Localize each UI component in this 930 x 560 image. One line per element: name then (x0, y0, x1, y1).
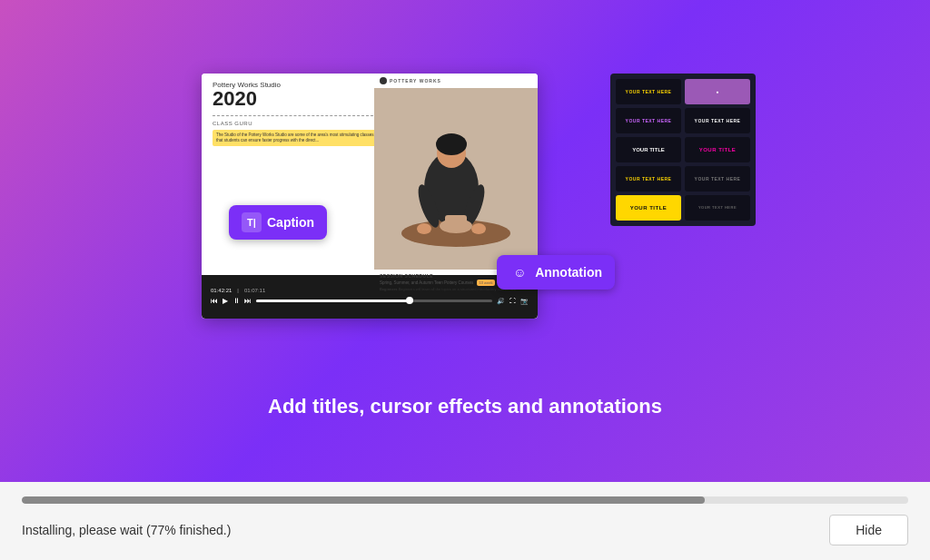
skip-forward-icon[interactable]: ⏭ (244, 297, 252, 305)
video-progress-bar[interactable] (256, 300, 492, 302)
video-progress-fill (256, 300, 410, 302)
text-style-label-8: YOUR TEXT HERE (695, 176, 741, 182)
text-style-item-10[interactable]: YOUR TEXT HERE (685, 195, 750, 221)
text-style-item-1[interactable]: YOUR TEXT HERE (616, 79, 681, 104)
preview-container: Pottery Works Studio 2020 CLASS GURU The… (174, 64, 756, 373)
svg-point-7 (417, 223, 431, 234)
annotation-smiley-icon: ☺ (510, 262, 529, 282)
caption-label: Caption (267, 215, 314, 230)
slide-preview: Pottery Works Studio 2020 CLASS GURU The… (202, 74, 538, 319)
svg-point-8 (471, 223, 486, 234)
pause-icon[interactable]: ⏸ (232, 297, 240, 305)
pottery-person-svg (374, 88, 538, 270)
slide-content-top: Pottery Works Studio 2020 CLASS GURU The… (202, 74, 538, 201)
bottom-section: Installing, please wait (77% finished.) … (0, 482, 930, 560)
top-section: Pottery Works Studio 2020 CLASS GURU The… (0, 0, 930, 482)
pottery-logo: POTTERY WORKS (390, 78, 441, 84)
install-progress-fill (22, 496, 705, 504)
progress-container (22, 496, 908, 504)
text-style-item-2[interactable]: ● (685, 79, 750, 104)
text-style-label-1: YOUR TEXT HERE (626, 89, 672, 94)
session-badge: 10 week (477, 280, 496, 286)
annotation-label: Annotation (535, 265, 602, 280)
text-style-label-10: YOUR TEXT HERE (698, 205, 737, 210)
skip-back-icon[interactable]: ⏮ (211, 297, 218, 305)
install-progress-bar (22, 496, 908, 504)
text-style-item-3[interactable]: YOUR TEXT HERE (616, 108, 681, 133)
pottery-header: POTTERY WORKS (374, 74, 538, 88)
video-duration: 01:07:11 (244, 288, 265, 293)
caption-bubble[interactable]: T| Caption (229, 205, 327, 240)
text-style-item-4[interactable]: YOUR TEXT HERE (685, 108, 750, 133)
text-style-label-5: YOUR TITLE (632, 147, 665, 152)
volume-icon[interactable]: 🔊 (497, 298, 505, 305)
text-style-item-7[interactable]: YOUR TEXT HERE (616, 166, 681, 192)
svg-rect-10 (445, 215, 467, 228)
install-status-text: Installing, please wait (77% finished.) (22, 523, 231, 537)
video-progress-dot[interactable] (406, 297, 413, 304)
text-style-item-5[interactable]: YOUR TITLE (616, 137, 681, 162)
main-heading: Add titles, cursor effects and annotatio… (268, 395, 662, 418)
bottom-controls: Installing, please wait (77% finished.) … (22, 515, 908, 545)
text-style-item-9[interactable]: YOUR TITLE (616, 195, 681, 221)
annotation-bubble[interactable]: ☺ Annotation (497, 255, 615, 290)
text-style-item-6[interactable]: YOUR TITLE (685, 137, 750, 162)
text-style-label-7: YOUR TEXT HERE (626, 176, 672, 182)
fullscreen-icon[interactable]: ⛶ (510, 298, 516, 304)
text-styles-panel: YOUR TEXT HERE ● YOUR TEXT HERE YOUR TEX… (610, 74, 756, 226)
video-separator: | (237, 288, 239, 293)
video-current-time: 01:42:21 (211, 288, 232, 293)
video-controls-row[interactable]: ⏮ ▶ ⏸ ⏭ 🔊 ⛶ 📷 (211, 297, 529, 305)
text-style-label-2: ● (716, 89, 719, 94)
text-style-label-3: YOUR TEXT HERE (626, 118, 672, 123)
caption-type-icon: T| (242, 212, 262, 232)
annotation-icon-label: ☺ (513, 265, 526, 280)
hide-button[interactable]: Hide (829, 515, 908, 545)
caption-icon-label: T| (247, 217, 256, 228)
text-style-label-9: YOUR TITLE (630, 205, 668, 211)
camera-icon[interactable]: 📷 (520, 298, 529, 305)
text-style-item-8[interactable]: YOUR TEXT HERE (685, 166, 750, 192)
slide-photo (374, 88, 538, 270)
play-icon[interactable]: ▶ (223, 297, 228, 305)
text-style-label-4: YOUR TEXT HERE (695, 118, 741, 123)
svg-point-4 (436, 133, 467, 155)
text-style-label-6: YOUR TITLE (699, 147, 737, 152)
